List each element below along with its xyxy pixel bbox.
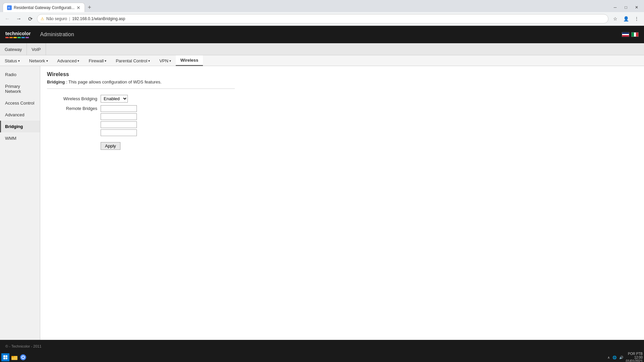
page-subtitle: Bridging : This page allows configuratio… (47, 79, 637, 84)
sidebar-item-advanced[interactable]: Advanced (0, 109, 40, 121)
svg-point-6 (22, 356, 24, 358)
menu-parental-control[interactable]: Parental Control ▾ (111, 55, 155, 66)
network-arrow: ▾ (46, 59, 48, 63)
apply-button[interactable]: Apply (101, 142, 120, 150)
logo-bar-4 (17, 37, 21, 38)
windows-logo (3, 355, 7, 359)
systray-chevron[interactable]: ∧ (607, 356, 610, 359)
bookmark-button[interactable]: ☆ (610, 14, 620, 23)
copyright-text: © - Technicolor - 2011 (5, 344, 42, 348)
time-display: 12:00 (626, 356, 643, 359)
chrome-button[interactable] (19, 354, 27, 361)
advanced-arrow: ▾ (77, 59, 79, 63)
logo-bars (5, 37, 31, 38)
admin-title: Administration (40, 32, 74, 38)
vpn-arrow: ▾ (169, 59, 171, 63)
locale-display: POR PTB (626, 352, 643, 356)
url-display: 192.168.0.1/wlanBridging.asp (72, 16, 125, 21)
sidebar-item-radio[interactable]: Radio (0, 69, 40, 80)
browser-chrome: R Residential Gateway Configurati... ✕ +… (0, 0, 644, 26)
taskbar-right: ∧ 🌐 🔊 POR PTB 12:00 01/01/2021 (607, 352, 643, 362)
systray-volume-icon: 🔊 (619, 356, 623, 359)
tab-title: Residential Gateway Configurati... (14, 5, 74, 10)
language-flags (622, 32, 639, 37)
logo-bar-1 (5, 37, 9, 38)
uk-flag[interactable] (622, 32, 629, 37)
menu-firewall[interactable]: Firewall ▾ (84, 55, 111, 66)
date-display: 01/01/2021 (626, 359, 643, 362)
browser-tab-active[interactable]: R Residential Gateway Configurati... ✕ (3, 3, 85, 12)
profile-button[interactable]: 👤 (621, 14, 631, 23)
close-button[interactable]: ✕ (632, 3, 641, 12)
tab-favicon: R (7, 5, 12, 10)
menu-advanced[interactable]: Advanced ▾ (53, 55, 84, 66)
menu-wireless[interactable]: Wireless (176, 55, 203, 66)
apply-row: Apply (47, 139, 637, 150)
wireless-bridging-row: Wireless Bridging Enabled Disabled (47, 95, 637, 103)
start-button[interactable] (1, 353, 9, 361)
back-button[interactable]: ← (3, 14, 12, 23)
sidebar: Radio Primary Network Access Control Adv… (0, 66, 40, 354)
forward-button[interactable]: → (14, 14, 23, 23)
section-divider (47, 88, 235, 89)
footer: © - Technicolor - 2011 (0, 340, 644, 353)
menu-vpn[interactable]: VPN ▾ (155, 55, 176, 66)
file-explorer-button[interactable] (11, 354, 18, 361)
parental-arrow: ▾ (148, 59, 150, 63)
browser-tabs: R Residential Gateway Configurati... ✕ +… (0, 0, 644, 12)
page-title: Wireless (47, 71, 637, 77)
minimize-button[interactable]: ─ (610, 3, 620, 12)
new-tab-button[interactable]: + (85, 4, 94, 11)
url-separator: | (69, 16, 70, 21)
sidebar-item-primary-network[interactable]: Primary Network (0, 80, 40, 97)
remote-bridge-input-1[interactable] (101, 105, 137, 112)
remote-bridge-input-3[interactable] (101, 121, 137, 128)
it-flag[interactable] (631, 32, 639, 37)
security-icon: ⚠ (41, 16, 44, 21)
security-label: Não seguro (46, 16, 67, 21)
main-content: Wireless Bridging : This page allows con… (40, 66, 644, 354)
remote-bridge-input-4[interactable] (101, 129, 137, 136)
logo-block: technicolor (5, 31, 31, 38)
taskbar-left (1, 353, 27, 361)
top-menu: Status ▾ Network ▾ Advanced ▾ Firewall ▾… (0, 55, 644, 66)
restore-button[interactable]: □ (621, 3, 631, 12)
nav-gateway[interactable]: Gateway (0, 43, 27, 55)
remote-bridges-label: Remote Bridges (47, 105, 101, 111)
app-header: technicolor Administration (0, 26, 644, 43)
nav-voip[interactable]: VoIP (27, 43, 46, 55)
systray-network-icon: 🌐 (612, 356, 616, 359)
menu-status[interactable]: Status ▾ (0, 55, 24, 66)
wireless-bridging-control: Enabled Disabled (101, 95, 128, 103)
svg-text:R: R (8, 6, 10, 9)
logo-bar-6 (25, 37, 29, 38)
section-name: Bridging (47, 79, 65, 84)
main-nav: Gateway VoIP (0, 43, 644, 55)
menu-button[interactable]: ⋮ (632, 14, 641, 23)
wireless-bridging-select[interactable]: Enabled Disabled (101, 95, 128, 103)
toolbar-icons: ☆ 👤 ⋮ (610, 14, 641, 23)
reload-button[interactable]: ⟳ (25, 14, 35, 23)
logo-area: technicolor Administration (5, 31, 74, 38)
logo-bar-3 (13, 37, 17, 38)
remote-bridges-row: Remote Bridges (47, 105, 637, 136)
sidebar-item-bridging[interactable]: Bridging (0, 121, 40, 132)
sidebar-item-wmm[interactable]: WMM (0, 132, 40, 144)
logo-bar-2 (9, 37, 13, 38)
subtitle-description: This page allows configuration of WDS fe… (68, 79, 161, 84)
logo-text: technicolor (5, 31, 31, 36)
sidebar-item-access-control[interactable]: Access Control (0, 97, 40, 109)
menu-network[interactable]: Network ▾ (24, 55, 53, 66)
status-arrow: ▾ (18, 59, 20, 63)
remote-bridges-inputs (101, 105, 137, 136)
subtitle-separator: : (66, 79, 68, 84)
browser-toolbar: ← → ⟳ ⚠ Não seguro | 192.168.0.1/wlanBri… (0, 12, 644, 25)
content-wrapper: Radio Primary Network Access Control Adv… (0, 66, 644, 354)
address-bar[interactable]: ⚠ Não seguro | 192.168.0.1/wlanBridging.… (37, 14, 608, 23)
wireless-bridging-label: Wireless Bridging (47, 96, 101, 101)
logo-bar-5 (21, 37, 25, 38)
taskbar-clock: POR PTB 12:00 01/01/2021 (626, 352, 643, 362)
tab-close-button[interactable]: ✕ (76, 5, 80, 10)
svg-rect-3 (11, 356, 14, 357)
remote-bridge-input-2[interactable] (101, 113, 137, 120)
